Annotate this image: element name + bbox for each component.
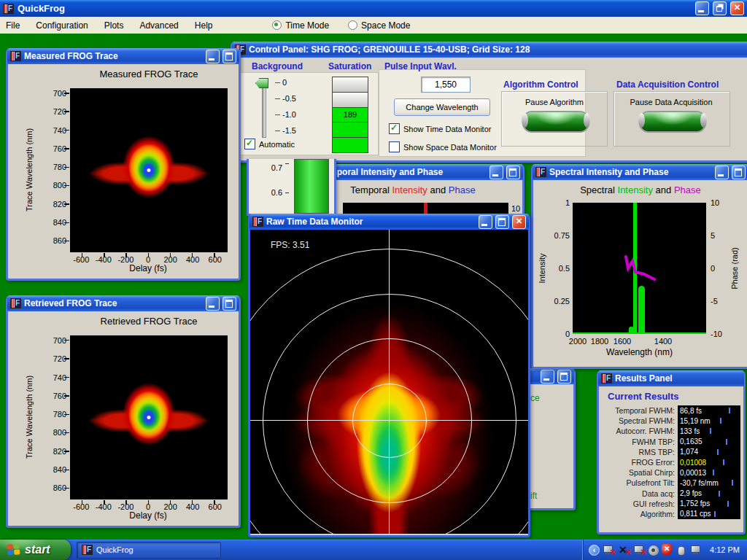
- maximize-button[interactable]: [506, 166, 520, 179]
- taskbar-quickfrog-button[interactable]: QuickFrog: [77, 542, 221, 559]
- radio-circle-icon: [348, 20, 357, 30]
- maximize-button[interactable]: [222, 297, 236, 311]
- menu-configuration[interactable]: Configuration: [36, 20, 88, 31]
- fragment-text-top: ce: [530, 393, 540, 403]
- network-offline-icon[interactable]: ✕: [603, 544, 615, 556]
- measured-plot-title: Measured FROG Trace: [70, 69, 228, 79]
- result-value: 133 fs: [678, 426, 740, 436]
- minimize-button[interactable]: [206, 297, 220, 311]
- result-row: FROG Error: 0,01008: [602, 457, 740, 467]
- system-tray: ‹ ✕ ✕ ✕ 4:12 PM: [582, 540, 747, 560]
- spectral-ylabel-left: Intensity: [538, 254, 546, 284]
- retrieved-titlebar[interactable]: Retrieved FROG Trace: [7, 295, 239, 311]
- menu-file[interactable]: File: [6, 20, 20, 31]
- slider-tick-label: -1.5: [275, 126, 296, 135]
- result-value: 0,00013: [678, 467, 740, 478]
- saturation-meter: 189: [332, 77, 368, 153]
- start-button[interactable]: start: [0, 540, 71, 560]
- meter-green-bar: [294, 159, 329, 214]
- minimize-button[interactable]: [206, 50, 220, 63]
- meter-cell-value: 189: [333, 108, 368, 123]
- result-label: Data acq:: [602, 489, 678, 498]
- maximize-button[interactable]: [495, 215, 509, 229]
- close-button[interactable]: [512, 215, 526, 229]
- pause-algorithm-label: Pause Algorithm: [503, 98, 605, 106]
- retrieved-frog-window: Retrieved FROG Trace Retrieved FROG Trac…: [6, 295, 241, 528]
- minimize-button[interactable]: [541, 370, 554, 384]
- automatic-checkbox[interactable]: Automatic: [244, 139, 295, 149]
- control-panel-body: Background 0-0.5-1.0-1.5 Automatic Satur…: [233, 58, 747, 160]
- time-mode-radio[interactable]: Time Mode: [272, 20, 329, 31]
- minimize-button[interactable]: [695, 1, 709, 15]
- minimize-button[interactable]: [479, 215, 492, 229]
- and-word: and: [430, 184, 446, 195]
- raw-monitor-window: Raw Time Data Monitor FPS: 3.51: [248, 214, 530, 537]
- background-slider-track[interactable]: [262, 82, 266, 138]
- retrieved-ylabel: Trace Wavelength (nm): [25, 376, 34, 459]
- tick-label: -10: [711, 330, 722, 338]
- tick-label: 0.5: [559, 264, 570, 273]
- retrieved-frog-plot: [70, 335, 228, 499]
- pause-algorithm-button[interactable]: [522, 111, 589, 133]
- result-row: Data acq: 2,9 fps: [602, 489, 740, 499]
- results-panel-window: Results Panel Current Results Temporal F…: [597, 370, 746, 534]
- spectral-titlebar[interactable]: Spectral Intensity and Phase: [533, 164, 747, 180]
- raw-monitor-title: Raw Time Data Monitor: [266, 217, 363, 227]
- disconnect-x-icon[interactable]: ✕: [618, 544, 630, 556]
- pause-daq-label: Pause Data Acquisition: [614, 98, 729, 106]
- tick-label: 1: [565, 198, 570, 207]
- pause-daq-button[interactable]: [639, 111, 706, 133]
- raw-monitor-titlebar[interactable]: Raw Time Data Monitor: [249, 214, 529, 230]
- mode-group: Time Mode Space Mode: [272, 20, 410, 31]
- result-label: Autocorr. FWHM:: [602, 427, 678, 435]
- meter-tickmarks: [285, 163, 289, 197]
- result-label: GUI refresh:: [602, 499, 678, 508]
- spectral-left-ticks: 10.750.50.250: [546, 198, 570, 338]
- security-alert-icon[interactable]: [662, 544, 672, 556]
- measured-titlebar[interactable]: Measured FROG Trace: [7, 48, 239, 64]
- remote-audio-disconnected-icon[interactable]: ✕: [633, 544, 646, 556]
- result-label: Spectral FWHM:: [602, 416, 678, 425]
- raw-monitor-plot: FPS: 3.51: [250, 230, 528, 534]
- menu-help[interactable]: Help: [195, 20, 213, 31]
- maximize-button[interactable]: [557, 370, 571, 384]
- close-button[interactable]: [730, 1, 744, 15]
- main-window-titlebar[interactable]: QuickFrog: [0, 0, 747, 17]
- volume-icon[interactable]: [649, 545, 659, 556]
- space-mode-radio[interactable]: Space Mode: [348, 20, 410, 31]
- control-panel-window: Control Panel: SHG FROG; GRENOUILLE 15-4…: [231, 42, 747, 163]
- meter-cell: [333, 122, 368, 138]
- maximize-button[interactable]: [222, 50, 236, 63]
- show-time-monitor-checkbox[interactable]: Show Time Data Monitor: [389, 123, 491, 134]
- change-wavelength-button[interactable]: Change Wavelength: [394, 98, 490, 116]
- tick-label: -5: [711, 297, 718, 306]
- control-panel-titlebar[interactable]: Control Panel: SHG FROG; GRENOUILLE 15-4…: [232, 42, 747, 58]
- quickfrog-icon: [10, 51, 21, 61]
- minimize-button[interactable]: [715, 166, 729, 179]
- result-label: FROG Error:: [602, 458, 678, 467]
- menu-bar: File Configuration Plots Advanced Help T…: [0, 17, 747, 34]
- tray-collapse-icon[interactable]: ‹: [589, 545, 600, 556]
- menu-advanced[interactable]: Advanced: [139, 20, 178, 31]
- wavelength-field[interactable]: 1,550: [421, 77, 471, 93]
- spectral-right-ticks: 1050-5-10: [711, 198, 732, 338]
- minimize-button[interactable]: [489, 166, 503, 179]
- retrieved-plot-title: Retrieved FROG Trace: [70, 316, 228, 327]
- radio-dot-icon: [272, 20, 282, 30]
- windows-flag-icon: [7, 543, 20, 556]
- mouse-settings-icon[interactable]: [675, 544, 687, 556]
- result-row: Algorithm: 0,811 cps: [602, 509, 740, 519]
- menu-plots[interactable]: Plots: [104, 20, 124, 31]
- saturation-label: Saturation: [328, 61, 371, 71]
- results-titlebar[interactable]: Results Panel: [598, 370, 744, 386]
- show-space-monitor-checkbox[interactable]: Show Space Data Monitor: [389, 141, 497, 152]
- measured-title: Measured FROG Trace: [24, 51, 118, 61]
- restore-button[interactable]: [713, 1, 727, 15]
- maximize-button[interactable]: [732, 166, 746, 179]
- show-time-label: Show Time Data Monitor: [403, 125, 491, 133]
- quickfrog-icon: [82, 545, 93, 555]
- measured-body: Measured FROG Trace Trace Wavelength (nm…: [8, 64, 239, 279]
- result-value: 2,9 fps: [678, 489, 740, 499]
- display-settings-icon[interactable]: [690, 544, 703, 556]
- spectral-xlabel: Wavelength (nm): [573, 347, 706, 357]
